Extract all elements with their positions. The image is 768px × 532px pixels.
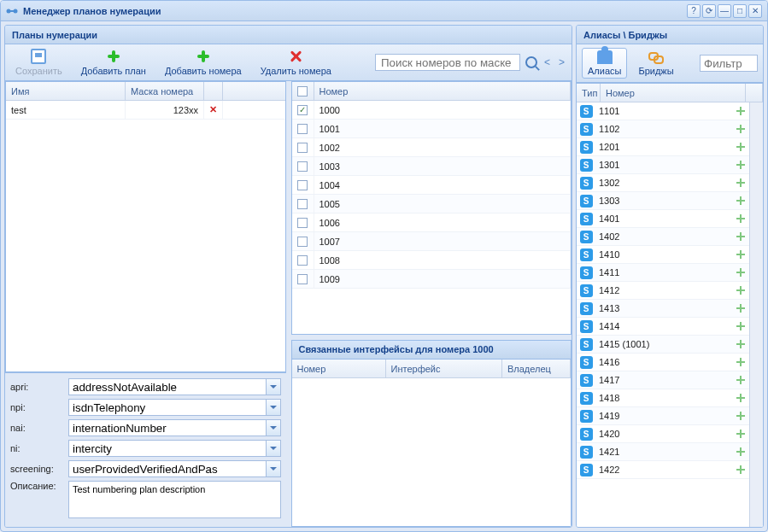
filter-input[interactable] — [700, 55, 758, 72]
apri-field[interactable] — [68, 378, 266, 395]
number-row[interactable]: 1004 — [292, 176, 572, 195]
add-alias-button[interactable] — [732, 393, 749, 403]
add-alias-button[interactable] — [732, 178, 749, 188]
alias-row[interactable]: S1201 — [577, 138, 749, 156]
save-button[interactable]: Сохранить — [10, 47, 67, 78]
npi-dropdown[interactable] — [266, 399, 281, 416]
alias-row[interactable]: S1420 — [577, 425, 749, 443]
add-plan-button[interactable]: Добавить план — [76, 47, 151, 78]
number-row[interactable]: 1009 — [292, 270, 572, 289]
close-button[interactable]: ✕ — [748, 4, 762, 18]
number-checkbox[interactable] — [297, 143, 308, 153]
alias-row[interactable]: S1411 — [577, 264, 749, 282]
alias-row[interactable]: S1401 — [577, 210, 749, 228]
minimize-button[interactable]: — — [718, 4, 731, 18]
number-checkbox[interactable] — [297, 237, 308, 247]
alias-row[interactable]: S1421 — [577, 443, 749, 461]
alias-row[interactable]: S1414 — [577, 318, 749, 336]
nai-dropdown[interactable] — [266, 419, 281, 436]
add-alias-button[interactable] — [732, 375, 749, 385]
add-alias-button[interactable] — [732, 267, 749, 278]
number-row[interactable]: 1005 — [292, 195, 572, 213]
alias-row[interactable]: S1402 — [577, 228, 749, 246]
add-alias-button[interactable] — [732, 106, 749, 116]
alias-row[interactable]: S1415 (1001) — [577, 336, 749, 354]
number-row[interactable]: ✓1000 — [292, 101, 572, 120]
add-numbers-button[interactable]: Добавить номера — [160, 47, 247, 78]
tab-bridges[interactable]: Бриджы — [632, 48, 679, 79]
number-row[interactable]: 1008 — [292, 251, 572, 270]
number-checkbox[interactable] — [297, 218, 308, 228]
search-prev-button[interactable]: < — [542, 56, 552, 68]
number-checkbox[interactable] — [297, 255, 308, 266]
plans-col-mask[interactable]: Маска номера — [126, 82, 204, 100]
alias-row[interactable]: S1413 — [577, 300, 749, 318]
alias-row[interactable]: S1410 — [577, 246, 749, 264]
add-alias-button[interactable] — [732, 142, 749, 152]
search-icon[interactable] — [525, 56, 537, 68]
delete-plan-icon[interactable]: ✕ — [204, 101, 223, 119]
nai-field[interactable] — [68, 419, 266, 436]
number-row[interactable]: 1006 — [292, 213, 572, 232]
number-checkbox[interactable] — [297, 124, 308, 134]
number-checkbox[interactable] — [297, 180, 308, 190]
number-checkbox[interactable] — [297, 274, 308, 284]
apri-dropdown[interactable] — [266, 378, 281, 395]
alias-row[interactable]: S1422 — [577, 461, 749, 479]
number-row[interactable]: 1002 — [292, 138, 572, 157]
search-next-button[interactable]: > — [557, 56, 566, 68]
add-alias-button[interactable] — [732, 303, 749, 313]
add-alias-button[interactable] — [732, 429, 749, 439]
delete-numbers-button[interactable]: Удалить номера — [255, 47, 337, 78]
alias-row[interactable]: S1102 — [577, 120, 749, 138]
numbers-checkall[interactable] — [292, 82, 314, 100]
alias-row[interactable]: S1417 — [577, 371, 749, 389]
add-alias-button[interactable] — [732, 249, 749, 260]
description-field[interactable] — [68, 481, 281, 518]
alias-row[interactable]: S1302 — [577, 174, 749, 192]
ni-field[interactable] — [68, 440, 266, 457]
add-alias-button[interactable] — [732, 339, 749, 349]
number-row[interactable]: 1003 — [292, 157, 572, 176]
npi-field[interactable] — [68, 399, 266, 416]
aliases-col-type[interactable]: Тип — [577, 84, 601, 102]
alias-row[interactable]: S1419 — [577, 407, 749, 425]
number-row[interactable]: 1007 — [292, 232, 572, 251]
add-alias-button[interactable] — [732, 124, 749, 134]
plan-row[interactable]: test123xx✕ — [6, 101, 285, 120]
alias-row[interactable]: S1101 — [577, 102, 749, 120]
numbers-col-number[interactable]: Номер — [314, 82, 572, 100]
ni-dropdown[interactable] — [266, 440, 281, 457]
add-alias-button[interactable] — [732, 285, 749, 295]
add-alias-button[interactable] — [732, 231, 749, 242]
alias-row[interactable]: S1303 — [577, 192, 749, 210]
number-checkbox[interactable] — [297, 199, 308, 209]
search-input[interactable] — [375, 54, 520, 71]
add-alias-button[interactable] — [732, 357, 749, 367]
add-alias-button[interactable] — [732, 196, 749, 206]
add-alias-button[interactable] — [732, 411, 749, 421]
screening-field[interactable] — [68, 460, 266, 477]
refresh-button[interactable]: ⟳ — [702, 4, 716, 18]
add-alias-button[interactable] — [732, 321, 749, 331]
interfaces-col-interface[interactable]: Интерфейс — [386, 360, 503, 377]
add-alias-button[interactable] — [732, 213, 749, 224]
alias-row[interactable]: S1301 — [577, 156, 749, 174]
plans-col-name[interactable]: Имя — [6, 82, 126, 100]
number-checkbox[interactable] — [297, 161, 308, 172]
add-alias-button[interactable] — [732, 465, 749, 475]
number-row[interactable]: 1001 — [292, 120, 572, 138]
interfaces-col-owner[interactable]: Владелец — [502, 360, 571, 377]
number-checkbox[interactable]: ✓ — [297, 105, 308, 115]
add-alias-button[interactable] — [732, 160, 749, 170]
tab-aliases[interactable]: Алиасы — [582, 48, 627, 79]
screening-dropdown[interactable] — [266, 460, 281, 477]
aliases-scrollbar[interactable] — [749, 102, 763, 527]
aliases-col-number[interactable]: Номер — [601, 84, 746, 102]
maximize-button[interactable]: □ — [733, 4, 747, 18]
help-button[interactable]: ? — [687, 4, 701, 18]
add-alias-button[interactable] — [732, 447, 749, 457]
alias-row[interactable]: S1416 — [577, 354, 749, 371]
alias-row[interactable]: S1412 — [577, 282, 749, 300]
interfaces-col-number[interactable]: Номер — [292, 360, 386, 377]
